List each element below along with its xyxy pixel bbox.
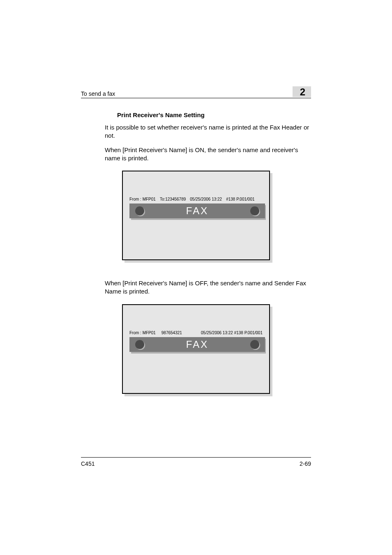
fax-tape: FAX — [129, 204, 265, 218]
to-field: To:123456789 — [160, 197, 186, 201]
footer-rule — [81, 457, 311, 458]
on-description: When [Print Receiver's Name] is ON, the … — [105, 146, 311, 163]
datetime-meta-field: 05/25/2006 13:22 #138 P.001/001 — [201, 331, 263, 335]
reel-left-icon — [135, 340, 144, 349]
footer-model: C451 — [81, 460, 95, 467]
reel-left-icon — [135, 206, 144, 215]
chapter-number: 2 — [293, 86, 311, 97]
from-field: From : MFP01 — [129, 197, 156, 201]
header-title: To send a fax — [81, 90, 115, 97]
fax-header-line-on: From : MFP01 To:123456789 05/25/2006 13:… — [129, 197, 263, 201]
intro-text: It is possible to set whether receiver's… — [105, 123, 311, 140]
meta-field: #138 P.001/001 — [226, 197, 254, 201]
fax-diagram-off: From : MFP01 987654321 05/25/2006 13:22 … — [122, 304, 311, 394]
fax-label: FAX — [186, 205, 208, 217]
from-field: From : MFP01 — [129, 331, 156, 335]
fax-header-line-off: From : MFP01 987654321 05/25/2006 13:22 … — [129, 331, 263, 335]
fax-tape: FAX — [129, 337, 265, 352]
page-footer: C451 2-69 — [81, 460, 311, 467]
off-description: When [Print Receiver's Name] is OFF, the… — [105, 279, 311, 296]
sender-field: 987654321 — [161, 331, 182, 335]
fax-label: FAX — [186, 339, 208, 350]
reel-right-icon — [250, 340, 259, 349]
datetime-field: 05/25/2006 13:22 — [190, 197, 222, 201]
footer-page: 2-69 — [300, 460, 311, 467]
reel-right-icon — [250, 206, 259, 215]
page-header: To send a fax 2 — [81, 86, 311, 98]
fax-diagram-on: From : MFP01 To:123456789 05/25/2006 13:… — [122, 171, 311, 260]
section-title: Print Receiver's Name Setting — [117, 111, 311, 118]
